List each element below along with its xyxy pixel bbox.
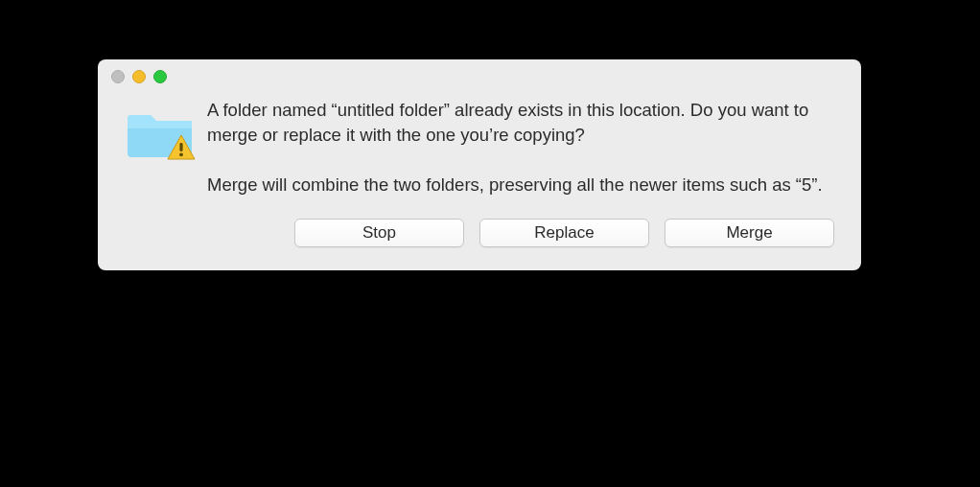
dialog-secondary-text: Merge will combine the two folders, pres…	[207, 173, 825, 197]
dialog-icon-area	[125, 98, 207, 197]
window-titlebar	[98, 59, 861, 94]
folder-icon	[125, 104, 192, 159]
merge-button[interactable]: Merge	[665, 219, 834, 247]
window-minimize-button[interactable]	[132, 70, 146, 83]
svg-point-1	[179, 152, 183, 156]
svg-rect-0	[179, 143, 182, 151]
conflict-dialog: A folder named “untitled folder” already…	[98, 59, 861, 270]
window-close-button	[111, 70, 125, 83]
stop-button[interactable]: Stop	[294, 219, 464, 247]
dialog-button-row: Stop Replace Merge	[98, 197, 861, 247]
replace-button[interactable]: Replace	[479, 219, 649, 247]
warning-icon	[167, 134, 196, 165]
dialog-primary-text: A folder named “untitled folder” already…	[207, 98, 825, 148]
dialog-text: A folder named “untitled folder” already…	[207, 98, 834, 197]
dialog-body: A folder named “untitled folder” already…	[98, 94, 861, 197]
window-zoom-button[interactable]	[153, 70, 167, 83]
